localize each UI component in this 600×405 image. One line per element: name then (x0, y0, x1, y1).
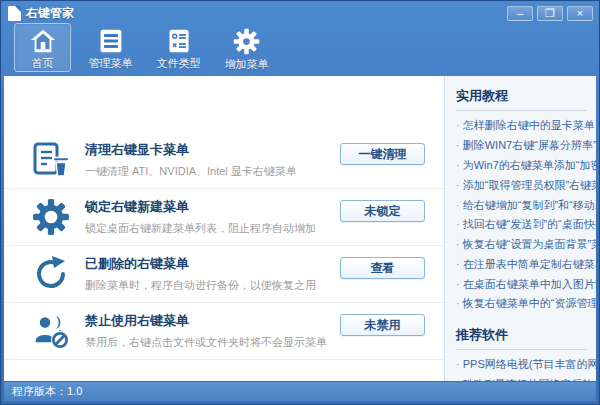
section-description: 一键清理 ATI、NVIDIA、Intel 显卡右键菜单 (85, 164, 297, 179)
section-description: 删除菜单时，程序自动进行备份，以便恢复之用 (85, 278, 316, 293)
section-description: 锁定桌面右键新建菜单列表，阻止程序自动增加 (85, 221, 316, 236)
window-title: 右键管家 (26, 5, 74, 22)
section-deleted-menus: 已删除的右键菜单 删除菜单时，程序自动进行备份，以便恢复之用 查看 (4, 246, 444, 303)
app-logo-icon (8, 6, 21, 21)
tutorial-link[interactable]: 删除WIN7右键“屏幕分辨率”攻略 (456, 136, 587, 156)
tab-add-menu[interactable]: 增加菜单 (218, 23, 275, 72)
section-title: 禁止使用右键菜单 (85, 312, 327, 330)
tutorial-link[interactable]: 为Win7的右键菜单添加“加密”菜单 (456, 156, 587, 176)
tab-file-type[interactable]: 文件类型 (150, 23, 207, 72)
tab-home[interactable]: 首页 (14, 23, 71, 72)
tutorial-link[interactable]: 怎样删除右键中的显卡菜单？ (456, 116, 587, 136)
tutorials-group: 实用教程 怎样删除右键中的显卡菜单？ 删除WIN7右键“屏幕分辨率”攻略 为Wi… (456, 87, 587, 314)
main-pane: 清理右键显卡菜单 一键清理 ATI、NVIDIA、Intel 显卡右键菜单 一键… (4, 76, 444, 381)
section-title: 清理右键显卡菜单 (85, 141, 297, 159)
disable-context-menu-icon (31, 311, 71, 351)
software-group: 推荐软件 PPS网络电视(节目丰富的网络电视) 酷狗7(最流行的网络音乐软件) … (456, 326, 587, 381)
clean-gpu-menu-button[interactable]: 一键清理 (340, 143, 425, 165)
tutorial-link[interactable]: 添加“取得管理员权限”右键菜单 (456, 175, 587, 195)
file-type-icon (166, 28, 192, 54)
tutorial-link[interactable]: 在桌面右键菜单中加入图片背景 (456, 274, 587, 294)
tab-file-type-label: 文件类型 (157, 56, 201, 71)
app-window: 右键管家 – ❐ × 首页 (0, 0, 600, 405)
statusbar: 程序版本：1.0 (4, 381, 596, 401)
add-menu-icon (233, 28, 260, 55)
close-button[interactable]: × (567, 6, 593, 21)
main-toolbar: 首页 管理菜单 (1, 22, 599, 75)
home-icon (29, 28, 57, 54)
section-lock-new-menu: 锁定右键新建菜单 锁定桌面右键新建菜单列表，阻止程序自动增加 未锁定 (4, 189, 444, 246)
sidebar: 实用教程 怎样删除右键中的显卡菜单？ 删除WIN7右键“屏幕分辨率”攻略 为Wi… (444, 76, 596, 381)
maximize-button[interactable]: ❐ (537, 6, 563, 21)
tutorial-link[interactable]: 找回右键“发送到”的“桌面快捷方式” (456, 215, 587, 235)
titlebar: 右键管家 – ❐ × (1, 1, 599, 22)
section-title: 已删除的右键菜单 (85, 255, 316, 273)
lock-new-menu-button[interactable]: 未锁定 (340, 200, 425, 222)
window-controls: – ❐ × (507, 6, 593, 21)
minimize-button[interactable]: – (507, 6, 533, 21)
section-title: 锁定右键新建菜单 (85, 198, 316, 216)
restore-deleted-menu-icon (31, 254, 71, 294)
section-clean-gpu-menu: 清理右键显卡菜单 一键清理 ATI、NVIDIA、Intel 显卡右键菜单 一键… (4, 132, 444, 189)
tab-add-menu-label: 增加菜单 (225, 57, 269, 72)
tutorial-link[interactable]: 恢复右键“设置为桌面背景”菜单 (456, 235, 587, 255)
clean-gpu-menu-icon (31, 140, 71, 180)
version-label: 程序版本：1.0 (12, 385, 82, 397)
content-area: 清理右键显卡菜单 一键清理 ATI、NVIDIA、Intel 显卡右键菜单 一键… (4, 76, 596, 381)
view-deleted-button[interactable]: 查看 (340, 257, 425, 279)
tab-home-label: 首页 (32, 56, 54, 71)
lock-new-menu-icon (31, 197, 71, 237)
section-disable-context-menu: 禁止使用右键菜单 禁用后，右键点击文件或文件夹时将不会显示菜单 未禁用 (4, 303, 444, 360)
tab-manage-menu-label: 管理菜单 (89, 56, 133, 71)
tutorial-link[interactable]: 恢复右键菜单中的“资源管理器” (456, 294, 587, 314)
disable-context-menu-button[interactable]: 未禁用 (340, 314, 425, 336)
manage-menu-icon (98, 28, 124, 54)
tutorials-header: 实用教程 (456, 87, 587, 111)
tutorial-link[interactable]: 给右键增加“复制到”和“移动到”功能 (456, 195, 587, 215)
tab-manage-menu[interactable]: 管理菜单 (82, 23, 139, 72)
tutorial-link[interactable]: 在注册表中简单定制右键菜单 (456, 254, 587, 274)
software-header: 推荐软件 (456, 326, 587, 350)
section-description: 禁用后，右键点击文件或文件夹时将不会显示菜单 (85, 335, 327, 350)
software-link[interactable]: PPS网络电视(节目丰富的网络电视) (456, 355, 587, 375)
